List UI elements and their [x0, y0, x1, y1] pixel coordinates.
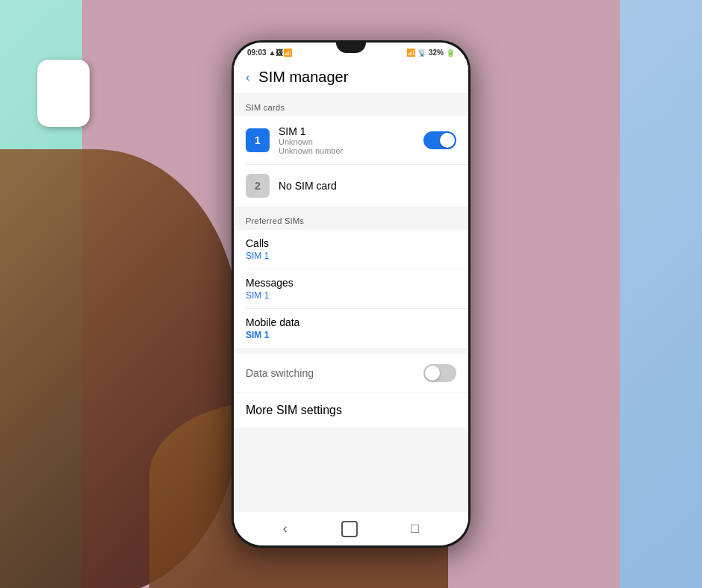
sim-cards-section-label: SIM cards — [234, 94, 468, 116]
mobile-data-row[interactable]: Mobile data SIM 1 — [234, 309, 468, 348]
status-icons: ▲🖼📶 — [269, 49, 293, 57]
screen-content: ‹ SIM manager SIM cards 1 SIM 1 Unknown … — [234, 60, 468, 539]
sim1-toggle[interactable] — [423, 131, 456, 149]
sim1-name: SIM 1 — [279, 125, 414, 137]
sim2-name: No SIM card — [279, 180, 456, 192]
data-switching-toggle[interactable] — [423, 364, 456, 382]
preferred-sims-label: Preferred SIMs — [234, 207, 468, 230]
phone-screen: 09:03 ▲🖼📶 📶 📡 32% 🔋 ‹ SIM manager SIM ca… — [234, 43, 468, 545]
status-right: 📶 📡 32% 🔋 — [406, 49, 455, 57]
sim1-card: 1 SIM 1 Unknown Unknown number 2 No SIM … — [234, 116, 468, 207]
signal-icon: 📡 — [417, 49, 426, 57]
right-strip — [620, 0, 702, 588]
messages-label: Messages — [246, 277, 456, 289]
data-switching-label: Data switching — [246, 367, 314, 379]
status-time: 09:03 — [247, 49, 267, 57]
status-left: 09:03 ▲🖼📶 — [247, 49, 292, 57]
sim2-row[interactable]: 2 No SIM card — [234, 165, 468, 207]
sim1-line2: Unknown number — [279, 146, 414, 155]
calls-label: Calls — [246, 237, 456, 249]
battery-text: 32% — [429, 49, 444, 57]
page-title: SIM manager — [258, 69, 348, 86]
bottom-navigation: ‹ □ — [234, 512, 468, 539]
preferred-sims-card: Calls SIM 1 Messages SIM 1 Mobile data S… — [234, 230, 468, 348]
sim2-badge: 2 — [246, 174, 270, 198]
nav-home-button[interactable] — [341, 521, 358, 537]
phone-device: 09:03 ▲🖼📶 📶 📡 32% 🔋 ‹ SIM manager SIM ca… — [232, 40, 470, 548]
calls-row[interactable]: Calls SIM 1 — [234, 230, 468, 269]
messages-row[interactable]: Messages SIM 1 — [234, 269, 468, 308]
sim1-badge: 1 — [246, 128, 270, 152]
back-button[interactable]: ‹ — [246, 71, 249, 84]
nav-back-button[interactable]: ‹ — [283, 521, 288, 537]
sim1-info: SIM 1 Unknown Unknown number — [279, 125, 414, 155]
earbuds-case — [37, 60, 90, 127]
more-sim-settings-label: More SIM settings — [246, 404, 342, 416]
data-switching-row[interactable]: Data switching — [234, 354, 468, 392]
more-sim-settings-row[interactable]: More SIM settings — [234, 392, 468, 428]
calls-value: SIM 1 — [246, 251, 456, 261]
sim2-info: No SIM card — [279, 180, 456, 192]
page-header: ‹ SIM manager — [234, 60, 468, 94]
battery-icon: 🔋 — [446, 49, 455, 57]
sim1-row[interactable]: 1 SIM 1 Unknown Unknown number — [234, 116, 468, 164]
mobile-data-value: SIM 1 — [246, 330, 456, 340]
mobile-data-label: Mobile data — [246, 316, 456, 328]
wifi-icon: 📶 — [406, 49, 415, 57]
sim1-line1: Unknown — [279, 137, 414, 146]
nav-recents-button[interactable]: □ — [411, 521, 419, 537]
messages-value: SIM 1 — [246, 290, 456, 301]
